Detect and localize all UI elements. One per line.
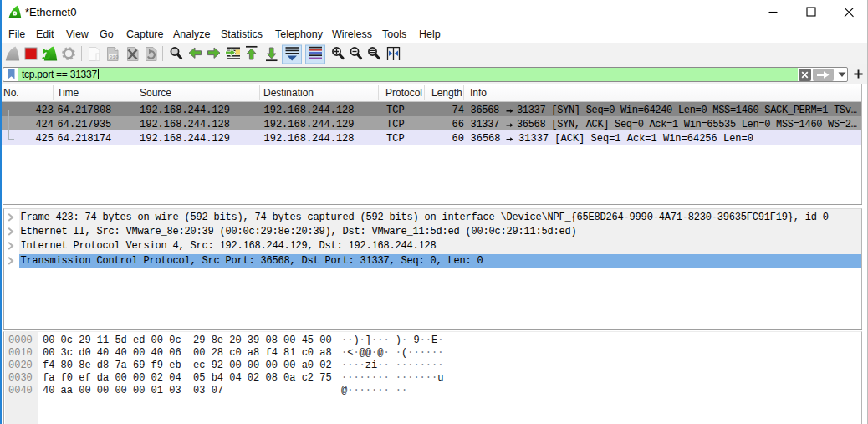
svg-text:010: 010: [110, 54, 119, 60]
